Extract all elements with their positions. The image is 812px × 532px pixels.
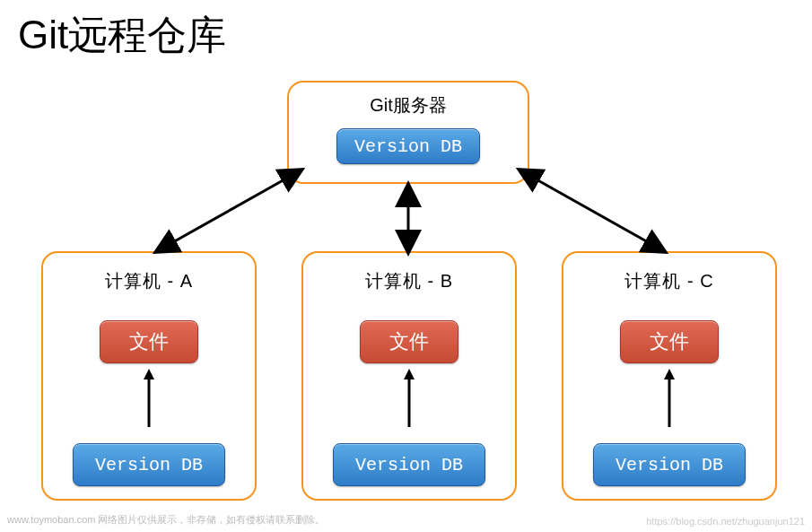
arrow-c-db-to-file (660, 369, 678, 432)
svg-marker-3 (404, 369, 415, 379)
server-version-db: Version DB (336, 128, 480, 164)
client-b-file: 文件 (360, 320, 458, 363)
arrow-server-client-c (520, 170, 664, 251)
client-c-label: 计算机 - C (624, 269, 713, 293)
client-c-box: 计算机 - C 文件 Version DB (562, 251, 777, 501)
page-title: Git远程仓库 (18, 9, 226, 62)
arrow-b-db-to-file (400, 369, 418, 432)
svg-marker-1 (144, 369, 154, 379)
arrow-server-client-a (157, 170, 301, 251)
client-c-version-db: Version DB (593, 443, 746, 486)
watermark-right: https://blog.csdn.net/zhuguanjun121 (646, 516, 805, 527)
svg-marker-5 (664, 369, 675, 379)
client-b-label: 计算机 - B (365, 269, 453, 293)
client-b-version-db: Version DB (333, 443, 485, 486)
server-label: Git服务器 (370, 93, 447, 118)
server-box: Git服务器 Version DB (287, 81, 529, 184)
client-b-box: 计算机 - B 文件 Version DB (301, 251, 517, 501)
client-a-version-db: Version DB (73, 443, 225, 486)
client-a-file: 文件 (100, 320, 198, 363)
client-a-label: 计算机 - A (105, 269, 193, 293)
arrow-a-db-to-file (140, 369, 158, 432)
client-c-file: 文件 (620, 320, 719, 363)
client-a-box: 计算机 - A 文件 Version DB (41, 251, 257, 501)
watermark-left: www.toymoban.com 网络图片仅供展示，非存储，如有侵权请联系删除。 (7, 513, 325, 527)
